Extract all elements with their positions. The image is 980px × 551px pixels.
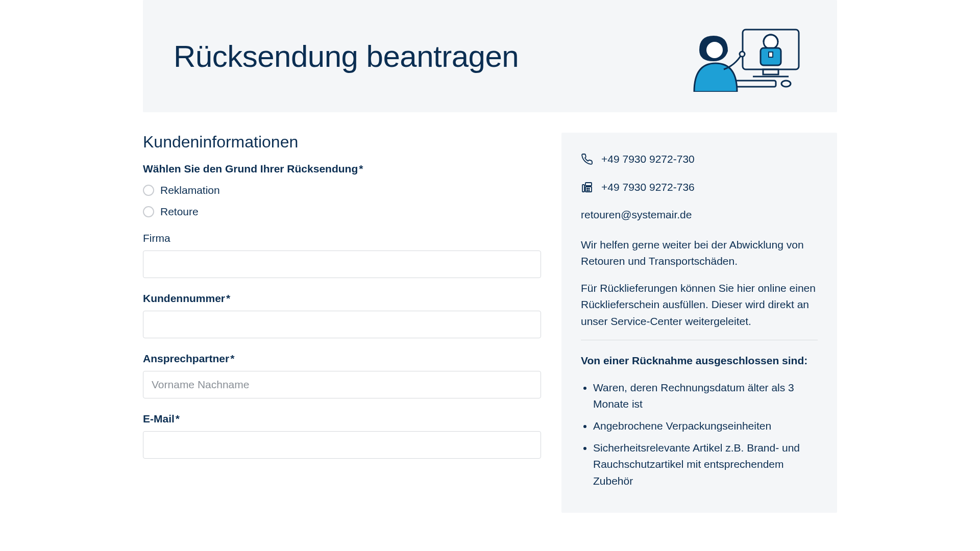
- support-illustration: [684, 20, 806, 92]
- svg-point-15: [587, 190, 588, 191]
- svg-point-16: [589, 190, 590, 191]
- svg-point-7: [781, 81, 791, 87]
- contact-phone: +49 7930 9272-730: [581, 151, 818, 168]
- label-email: E-Mail*: [143, 413, 541, 425]
- label-firma: Firma: [143, 232, 541, 244]
- svg-point-13: [587, 188, 588, 189]
- label-ansprechpartner: Ansprechpartner*: [143, 353, 541, 365]
- label-return-reason: Wählen Sie den Grund Ihrer Rücksendung*: [143, 163, 541, 175]
- form-column: Kundeninformationen Wählen Sie den Grund…: [143, 133, 541, 473]
- svg-rect-6: [735, 81, 776, 87]
- exclusions-list: Waren, deren Rechnungsdatum älter als 3 …: [581, 380, 818, 489]
- svg-point-9: [740, 52, 745, 57]
- svg-rect-5: [769, 52, 773, 57]
- svg-rect-10: [582, 185, 584, 192]
- svg-point-8: [706, 42, 723, 58]
- exclusion-item: Sicherheitsrelevante Artikel z.B. Brand-…: [593, 440, 818, 490]
- radio-reklamation[interactable]: Reklamation: [143, 184, 541, 196]
- svg-rect-12: [585, 187, 592, 192]
- svg-point-14: [589, 188, 590, 189]
- label-kundennummer: Kundennummer*: [143, 292, 541, 305]
- input-ansprechpartner[interactable]: [143, 371, 541, 398]
- hero-banner: Rücksendung beantragen: [143, 0, 837, 112]
- radio-circle-icon: [143, 185, 154, 196]
- fax-icon: [581, 181, 593, 193]
- contact-email-link[interactable]: retouren@systemair.de: [581, 207, 692, 223]
- section-heading-customer-info: Kundeninformationen: [143, 133, 541, 152]
- svg-rect-11: [585, 183, 592, 186]
- radio-circle-icon: [143, 206, 154, 217]
- contact-sidebar: +49 7930 9272-730 +49 7930 9272-736 reto…: [561, 133, 837, 513]
- field-firma: Firma: [143, 232, 541, 278]
- phone-icon: [581, 153, 593, 165]
- radio-retoure[interactable]: Retoure: [143, 206, 541, 218]
- page-title: Rücksendung beantragen: [174, 39, 519, 74]
- exclusion-item: Waren, deren Rechnungsdatum älter als 3 …: [593, 380, 818, 413]
- contact-fax: +49 7930 9272-736: [581, 179, 818, 196]
- phone-number: +49 7930 9272-730: [601, 151, 695, 168]
- field-return-reason: Wählen Sie den Grund Ihrer Rücksendung* …: [143, 163, 541, 218]
- sidebar-paragraph-2: Für Rücklieferungen können Sie hier onli…: [581, 280, 818, 330]
- svg-rect-1: [763, 69, 778, 74]
- exclusion-item: Angebrochene Verpackungseinheiten: [593, 418, 818, 435]
- sidebar-paragraph-1: Wir helfen gerne weiter bei der Abwicklu…: [581, 237, 818, 270]
- radio-label-retoure: Retoure: [160, 206, 199, 218]
- input-kundennummer[interactable]: [143, 311, 541, 338]
- fax-number: +49 7930 9272-736: [601, 179, 695, 196]
- field-kundennummer: Kundennummer*: [143, 292, 541, 338]
- exclusions-heading: Von einer Rücknahme ausgeschlossen sind:: [581, 353, 818, 369]
- sidebar-divider: [581, 340, 818, 340]
- input-firma[interactable]: [143, 251, 541, 278]
- radio-label-reklamation: Reklamation: [160, 184, 220, 196]
- input-email[interactable]: [143, 431, 541, 459]
- field-ansprechpartner: Ansprechpartner*: [143, 353, 541, 398]
- field-email: E-Mail*: [143, 413, 541, 459]
